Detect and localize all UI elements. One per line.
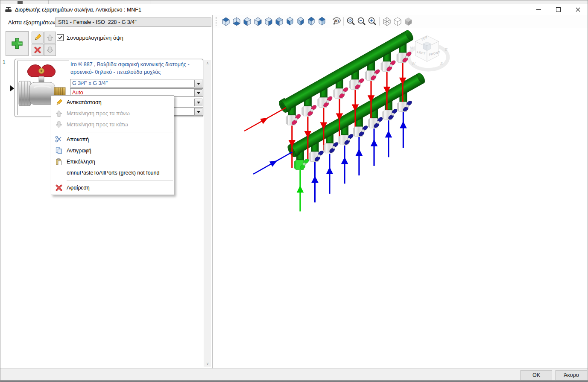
- iso-northwest-button[interactable]: [316, 16, 327, 27]
- menu-item[interactable]: cmnuPasteToAllPorts (greek) not found: [51, 167, 174, 178]
- display-shaded-button[interactable]: [403, 16, 413, 27]
- combo-dropdown-button[interactable]: [194, 89, 202, 97]
- part-description: Iro ® 887 , Βαλβίδα σφαιρική κανονικής δ…: [70, 61, 201, 76]
- display-hidden-line-icon: [392, 16, 403, 26]
- assembled-view-checkbox[interactable]: [57, 34, 64, 41]
- valve: [349, 78, 365, 90]
- scroll-down-icon[interactable]: ∨: [204, 361, 211, 367]
- plus-icon: [11, 37, 23, 50]
- move-up-button[interactable]: [44, 32, 56, 44]
- orbit-3d-button[interactable]: 3D: [331, 16, 342, 27]
- valve: [381, 60, 396, 72]
- flow-line: [385, 120, 392, 157]
- close-button[interactable]: [568, 4, 588, 15]
- iso-southeast-button[interactable]: [295, 16, 306, 27]
- view-top-button[interactable]: [220, 16, 231, 27]
- display-wireframe-button[interactable]: [381, 16, 392, 27]
- iso-northeast-button[interactable]: [306, 16, 316, 27]
- menu-item[interactable]: Αποκοπή: [51, 134, 174, 145]
- divider: [72, 0, 72, 4]
- compass-N: N: [410, 45, 413, 50]
- zoom-in-icon: [367, 16, 377, 26]
- toolbar-separator: [379, 17, 380, 26]
- window-title: Διορθωτής εξαρτημάτων σωλήνα, Αντικείμεν…: [15, 7, 141, 13]
- valve: [339, 133, 354, 146]
- remove-icon: [51, 184, 67, 192]
- menu-item[interactable]: Επικόλληση: [51, 156, 174, 167]
- view-back-icon: [274, 16, 284, 26]
- zoom-extents-button[interactable]: [345, 16, 356, 27]
- supply-manifold-tube: [278, 28, 415, 114]
- menu-item[interactable]: Αφαίρεση: [51, 182, 174, 193]
- menu-separator: [67, 132, 173, 132]
- context-menu: ΑντικατάστασηΜετακίνηση προς τα πάνωΜετα…: [51, 95, 174, 195]
- 3d-viewport[interactable]: NESWTOPLEFTFRONT: [213, 28, 588, 368]
- menu-item-label: Μετακίνηση προς τα κάτω: [67, 122, 128, 128]
- toolbar-grip[interactable]: [216, 17, 218, 26]
- orbit-3d-icon: 3D: [331, 16, 342, 26]
- part-combo[interactable]: G 3/4" x G 3/4": [70, 79, 203, 87]
- valve: [318, 96, 333, 108]
- menu-item[interactable]: Αντιγραφή: [51, 145, 174, 156]
- window-bottom-edge: [0, 380, 588, 382]
- dialog-window: Διορθωτής εξαρτημάτων σωλήνα, Αντικείμεν…: [0, 0, 588, 382]
- replace-part-button[interactable]: [32, 32, 44, 44]
- menu-item-label: Αποκοπή: [67, 137, 89, 143]
- parts-list-value-field[interactable]: SR1 - Female - ISO_228 - G 3/4": [55, 17, 211, 27]
- toolbar-separator: [329, 17, 329, 26]
- valve: [353, 125, 369, 137]
- flow-line: [341, 146, 348, 184]
- menu-item[interactable]: Αντικατάσταση: [51, 97, 174, 108]
- check-icon: [58, 35, 63, 40]
- add-part-button[interactable]: [6, 31, 29, 56]
- compass-E: E: [445, 47, 448, 52]
- arrow-down-icon: [51, 121, 67, 128]
- dialog-footer: OK Άκυρο: [0, 368, 588, 381]
- list-scrollbar[interactable]: ∧ ∨: [204, 60, 211, 367]
- maximize-icon: [556, 7, 561, 12]
- scroll-up-icon[interactable]: ∧: [204, 60, 211, 66]
- iso-southwest-button[interactable]: [284, 16, 295, 27]
- combo-dropdown-button[interactable]: [194, 80, 202, 87]
- divider: [48, 0, 49, 4]
- cancel-button[interactable]: Άκυρο: [556, 370, 587, 380]
- iso-southeast-icon: [295, 16, 306, 26]
- zoom-in-button[interactable]: [367, 16, 377, 27]
- ok-button[interactable]: OK: [521, 370, 552, 380]
- view-right-button[interactable]: [252, 16, 263, 27]
- view-cube-widget: NESWTOPLEFTFRONT: [409, 35, 448, 70]
- move-down-button[interactable]: [44, 44, 56, 56]
- menu-item-label: Μετακίνηση προς τα πάνω: [67, 111, 130, 117]
- chevron-down-icon: [197, 102, 200, 104]
- zoom-out-button[interactable]: [356, 16, 367, 27]
- svg-text:3D: 3D: [334, 19, 339, 23]
- valve: [333, 87, 349, 99]
- maximize-button[interactable]: [548, 4, 568, 15]
- menu-item[interactable]: Μετακίνηση προς τα πάνω: [51, 108, 174, 119]
- combo-value: G 3/4" x G 3/4": [72, 80, 108, 86]
- view-front-button[interactable]: [263, 16, 274, 27]
- display-shaded-icon: [403, 16, 413, 26]
- copy-icon: [51, 147, 67, 155]
- close-icon: [576, 7, 580, 12]
- iso-southwest-icon: [285, 16, 295, 26]
- iso-northwest-icon: [317, 16, 327, 26]
- view-bottom-button[interactable]: [231, 16, 242, 27]
- view-front-icon: [263, 16, 274, 26]
- pencil-icon: [51, 99, 67, 106]
- display-hidden-line-button[interactable]: [392, 16, 403, 27]
- combo-dropdown-button[interactable]: [194, 108, 202, 116]
- delete-part-button[interactable]: [32, 44, 44, 56]
- menu-item-label: Αντιγραφή: [67, 148, 91, 154]
- minimize-button[interactable]: [529, 4, 548, 15]
- menu-item[interactable]: Μετακίνηση προς τα κάτω: [51, 119, 174, 130]
- view-back-button[interactable]: [274, 16, 284, 27]
- chevron-down-icon: [197, 83, 200, 85]
- red-x-icon: [34, 46, 41, 54]
- arrow-down-icon: [46, 46, 54, 54]
- flow-line: [297, 170, 304, 211]
- toolbar-separator: [343, 17, 344, 26]
- view-left-button[interactable]: [242, 16, 252, 27]
- background-app-icon: [18, 1, 23, 4]
- combo-dropdown-button[interactable]: [194, 99, 202, 106]
